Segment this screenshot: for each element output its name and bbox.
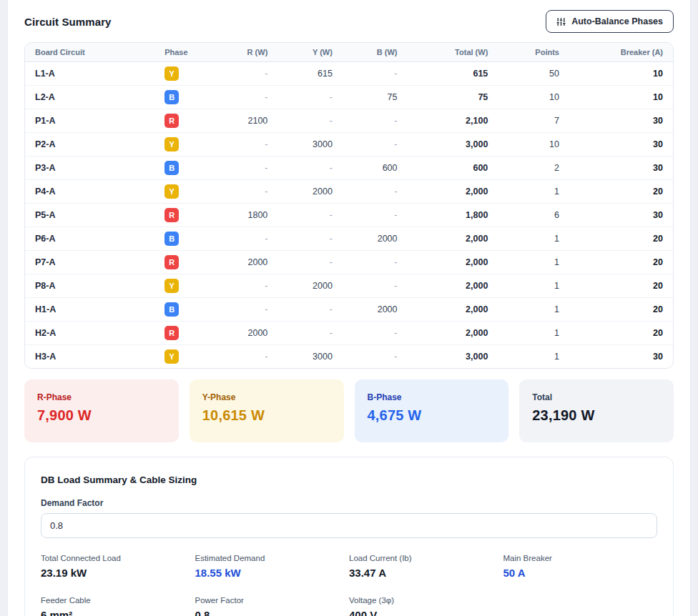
phase-card-value: 23,190 W bbox=[532, 407, 661, 424]
table-row: P4-AY-2000-2,000120 bbox=[25, 180, 673, 204]
b-value: - bbox=[343, 62, 408, 86]
phase-summary-cards: R-Phase7,900 WY-Phase10,615 WB-Phase4,67… bbox=[24, 379, 674, 442]
breaker-value: 10 bbox=[569, 86, 673, 109]
total-value: 615 bbox=[408, 62, 498, 86]
column-header: Total (W) bbox=[408, 43, 498, 62]
b-value: - bbox=[343, 322, 408, 345]
phase-card-value: 4,675 W bbox=[368, 407, 496, 424]
table-row: H3-AY-3000-3,000130 bbox=[25, 345, 673, 369]
stat-item: Load Current (Ib)33.47 A bbox=[349, 554, 503, 579]
sliders-vertical-icon bbox=[556, 17, 566, 26]
total-value: 2,000 bbox=[408, 227, 498, 251]
breaker-value: 20 bbox=[569, 274, 673, 298]
y-value: - bbox=[277, 298, 343, 322]
circuit-name: P6-A bbox=[25, 227, 154, 251]
points-value: 50 bbox=[498, 62, 569, 86]
phase-card-value: 7,900 W bbox=[37, 407, 166, 424]
r-value: - bbox=[213, 86, 278, 109]
phase-badge: B bbox=[164, 161, 179, 175]
phase-badge: Y bbox=[164, 184, 179, 199]
y-value: - bbox=[277, 227, 343, 251]
phase-card-label: Y-Phase bbox=[202, 392, 331, 402]
column-header: Phase bbox=[154, 43, 213, 62]
circuit-name: P8-A bbox=[25, 274, 154, 298]
y-value: 615 bbox=[277, 62, 343, 86]
circuit-table-body: L1-AY-615-6155010L2-AB--75751010P1-AR210… bbox=[25, 62, 673, 369]
page-title: Circuit Summary bbox=[24, 16, 112, 28]
y-value: 2000 bbox=[277, 274, 343, 298]
db-load-summary-title: DB Load Summary & Cable Sizing bbox=[41, 475, 657, 485]
table-row: P8-AY-2000-2,000120 bbox=[25, 274, 673, 298]
r-value: - bbox=[213, 180, 278, 204]
phase-cell: R bbox=[154, 109, 213, 133]
b-value: - bbox=[343, 133, 408, 157]
column-header: Y (W) bbox=[277, 43, 343, 62]
phase-badge: R bbox=[164, 208, 179, 222]
circuit-name: P2-A bbox=[25, 133, 154, 157]
circuit-name: P1-A bbox=[25, 109, 154, 133]
r-value: - bbox=[213, 345, 278, 369]
points-value: 1 bbox=[498, 298, 569, 322]
column-header: R (W) bbox=[213, 43, 278, 62]
panel-header: Circuit Summary Auto-Balance Phases bbox=[24, 10, 674, 33]
stat-value: 33.47 A bbox=[349, 567, 503, 579]
total-value: 2,100 bbox=[408, 109, 498, 133]
phase-cell: R bbox=[154, 204, 213, 227]
circuit-name: H1-A bbox=[25, 298, 154, 322]
phase-card-label: R-Phase bbox=[37, 392, 166, 402]
stat-item: Estimated Demand18.55 kW bbox=[195, 554, 350, 579]
phase-badge: Y bbox=[164, 137, 179, 151]
phase-badge: R bbox=[164, 255, 179, 269]
column-header: Board Circuit bbox=[25, 43, 154, 62]
table-row: P2-AY-3000-3,0001030 bbox=[25, 133, 673, 157]
circuit-table-header: Board CircuitPhaseR (W)Y (W)B (W)Total (… bbox=[25, 43, 673, 62]
b-value: - bbox=[343, 251, 408, 274]
phase-card-label: Total bbox=[532, 392, 661, 402]
y-value: 3000 bbox=[277, 345, 343, 369]
circuit-summary-panel: Circuit Summary Auto-Balance Phases Boar… bbox=[7, 0, 691, 616]
phase-badge: Y bbox=[164, 279, 179, 293]
y-value: - bbox=[277, 204, 343, 227]
phase-card-value: 10,615 W bbox=[202, 407, 331, 424]
phase-cell: Y bbox=[154, 274, 213, 298]
b-value: 75 bbox=[343, 86, 408, 109]
breaker-value: 30 bbox=[569, 345, 673, 369]
total-value: 2,000 bbox=[408, 322, 498, 345]
circuit-name: L1-A bbox=[25, 62, 154, 86]
points-value: 7 bbox=[498, 109, 569, 133]
phase-cell: B bbox=[154, 298, 213, 322]
b-value: 600 bbox=[343, 157, 408, 180]
points-value: 1 bbox=[498, 274, 569, 298]
column-header: Points bbox=[498, 43, 569, 62]
stat-item: Feeder Cable6 mm² bbox=[41, 596, 195, 616]
r-value: 2100 bbox=[213, 109, 278, 133]
r-value: - bbox=[213, 227, 278, 251]
points-value: 2 bbox=[498, 157, 569, 180]
circuit-name: L2-A bbox=[25, 86, 154, 109]
breaker-value: 30 bbox=[569, 109, 673, 133]
db-load-summary-card: DB Load Summary & Cable Sizing Demand Fa… bbox=[24, 457, 674, 616]
total-value: 2,000 bbox=[408, 274, 498, 298]
phase-badge: Y bbox=[164, 66, 179, 81]
table-row: P7-AR2000--2,000120 bbox=[25, 251, 673, 274]
r-value: 2000 bbox=[213, 251, 278, 274]
stat-value: 23.19 kW bbox=[41, 567, 195, 579]
breaker-value: 20 bbox=[569, 251, 673, 274]
stat-label: Estimated Demand bbox=[195, 554, 350, 562]
circuit-table: Board CircuitPhaseR (W)Y (W)B (W)Total (… bbox=[24, 42, 674, 369]
total-value: 1,800 bbox=[408, 204, 498, 227]
phase-cell: Y bbox=[154, 62, 213, 86]
phase-badge: R bbox=[164, 326, 179, 340]
total-value: 600 bbox=[408, 157, 498, 180]
breaker-value: 30 bbox=[569, 204, 673, 227]
stat-label: Feeder Cable bbox=[41, 596, 195, 605]
auto-balance-phases-button[interactable]: Auto-Balance Phases bbox=[546, 10, 674, 33]
points-value: 10 bbox=[498, 133, 569, 157]
stat-value: 50 A bbox=[503, 567, 658, 579]
phase-card-label: B-Phase bbox=[368, 392, 496, 402]
circuit-name: H3-A bbox=[25, 345, 154, 369]
demand-factor-input[interactable] bbox=[41, 513, 657, 538]
phase-summary-card: R-Phase7,900 W bbox=[24, 379, 179, 442]
y-value: - bbox=[277, 109, 343, 133]
b-value: - bbox=[343, 109, 408, 133]
